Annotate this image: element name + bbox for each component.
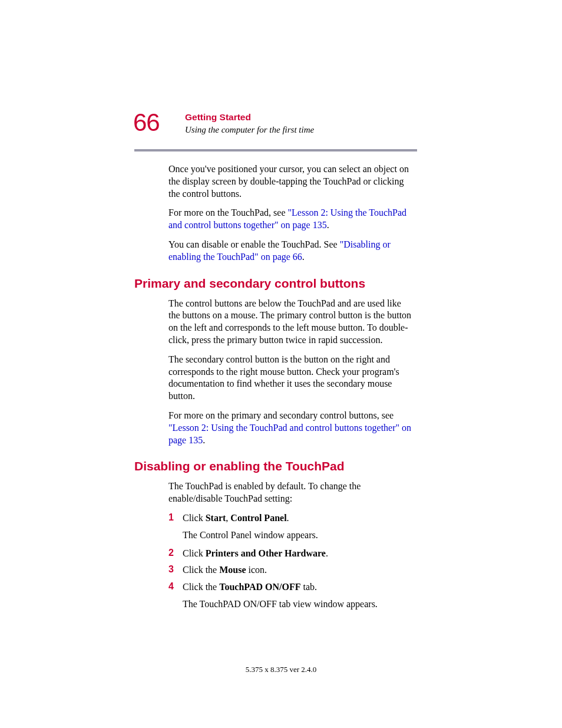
step-2: 2 Click Printers and Other Hardware. (168, 548, 414, 560)
section-heading-primary: Primary and secondary control buttons (134, 276, 417, 291)
text: For more on the TouchPad, see (168, 207, 288, 218)
intro-paragraph-2: For more on the TouchPad, see "Lesson 2:… (168, 207, 414, 232)
intro-block: Once you've positioned your cursor, you … (168, 163, 414, 263)
text: . (203, 435, 205, 445)
text: Click (183, 513, 206, 523)
step-1-result: The Control Panel window appears. (183, 529, 414, 542)
text: Click (183, 548, 206, 558)
step-3: 3 Click the Mouse icon. (168, 564, 414, 577)
text: . (302, 252, 305, 262)
text: For more on the primary and secondary co… (168, 410, 394, 420)
header-text-block: Getting Started Using the computer for t… (185, 112, 417, 135)
bold-text: Control Panel (230, 513, 286, 523)
step-number: 2 (168, 548, 183, 560)
step-number: 3 (168, 564, 183, 577)
text: tab. (300, 582, 317, 592)
steps-list: 2 Click Printers and Other Hardware. 3 C… (168, 548, 414, 594)
section-heading-disabling: Disabling or enabling the TouchPad (134, 459, 417, 473)
step-4-result: The TouchPAD ON/OFF tab view window appe… (183, 598, 414, 611)
text: . (326, 548, 328, 558)
intro-paragraph-3: You can disable or enable the TouchPad. … (168, 239, 414, 263)
page-number: 66 (133, 108, 160, 137)
bold-text: Printers and Other Hardware (206, 548, 326, 558)
step-4: 4 Click the TouchPAD ON/OFF tab. (168, 581, 414, 594)
section2-paragraph-1: The TouchPad is enabled by default. To c… (168, 480, 414, 505)
step-text: Click the Mouse icon. (183, 564, 414, 577)
step-number: 1 (168, 512, 183, 525)
step-text: Click Start, Control Panel. (183, 512, 414, 525)
steps-list: 1 Click Start, Control Panel. (168, 512, 414, 525)
chapter-subtitle: Using the computer for the first time (185, 125, 417, 135)
step-text: Click the TouchPAD ON/OFF tab. (183, 581, 414, 594)
bold-text: Start (206, 513, 226, 523)
section1-paragraph-3: For more on the primary and secondary co… (168, 410, 414, 446)
page-content: 66 Getting Started Using the computer fo… (134, 112, 417, 617)
section1-body: The control buttons are below the TouchP… (168, 298, 414, 447)
intro-paragraph-1: Once you've positioned your cursor, you … (168, 163, 414, 200)
page-footer: 5.375 x 8.375 ver 2.4.0 (0, 665, 562, 674)
step-text: Click Printers and Other Hardware. (183, 548, 414, 560)
bold-text: TouchPAD ON/OFF (219, 582, 300, 592)
step-1: 1 Click Start, Control Panel. (168, 512, 414, 525)
text: You can disable or enable the TouchPad. … (168, 239, 340, 249)
text: Click the (183, 582, 219, 592)
text: Click the (183, 565, 219, 575)
step-number: 4 (168, 581, 183, 594)
text: icon. (246, 565, 267, 575)
section1-paragraph-1: The control buttons are below the TouchP… (168, 298, 414, 347)
text: . (327, 220, 329, 230)
section1-paragraph-2: The secondary control button is the butt… (168, 354, 414, 403)
text: . (287, 513, 289, 523)
bold-text: Mouse (219, 565, 246, 575)
section2-body: The TouchPad is enabled by default. To c… (168, 480, 414, 505)
page-header: 66 Getting Started Using the computer fo… (134, 112, 417, 151)
header-divider (134, 149, 417, 151)
chapter-title: Getting Started (185, 112, 417, 123)
